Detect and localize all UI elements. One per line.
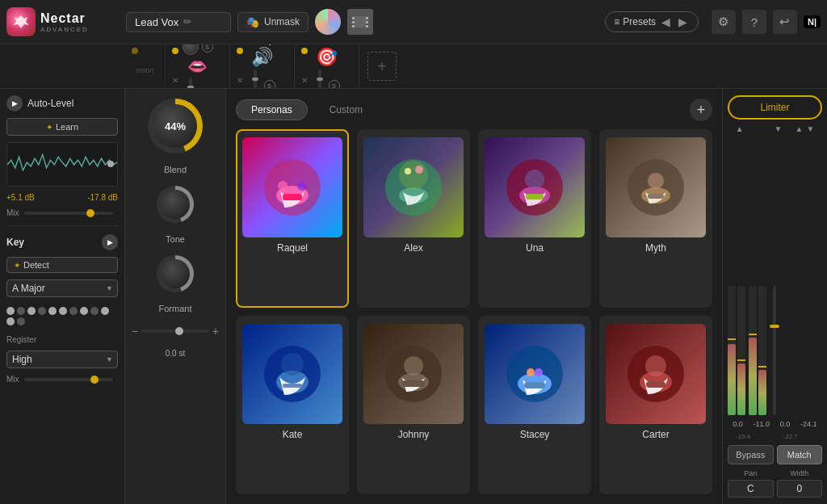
s-badge-reverb[interactable]: S (329, 80, 340, 89)
svg-rect-23 (648, 194, 664, 199)
svg-rect-6 (355, 16, 366, 27)
blend-knob[interactable]: 44% (148, 99, 203, 153)
match-button[interactable]: Match (777, 445, 823, 464)
svg-point-14 (399, 161, 428, 190)
key-dot (48, 307, 57, 315)
module-remove-delay[interactable]: ✕ (237, 76, 243, 85)
pitch-plus-button[interactable]: + (212, 325, 219, 338)
bypass-match-row: Bypass Match (728, 445, 822, 464)
divider (6, 225, 118, 226)
top-bar: Nectar ADVANCED Lead Vox ✏ 🎭 Unmask ≡ Pr… (0, 0, 827, 44)
tab-custom[interactable]: Custom (314, 99, 378, 120)
add-module-button[interactable]: + (367, 52, 397, 81)
track-name-area[interactable]: Lead Vox ✏ (126, 12, 231, 32)
persona-card-carter[interactable]: Carter (599, 316, 712, 494)
persona-card-alex[interactable]: Alex (357, 129, 470, 308)
module-active-dot (172, 48, 178, 54)
persona-grid: Raquel A (236, 129, 712, 494)
persona-card-johnny[interactable]: Johnny (357, 316, 470, 494)
s-badge-delay[interactable]: S (264, 80, 275, 89)
key-select[interactable]: A Major C Major G Major (6, 279, 118, 297)
learn-button[interactable]: ✦ Learn (6, 118, 118, 136)
pitch-slider[interactable] (141, 330, 209, 333)
persona-card-una[interactable]: Una (478, 129, 591, 308)
personas-tabs: Personas Custom + (236, 99, 712, 121)
key-play-button[interactable]: ▶ (102, 234, 118, 250)
persona-name-alex: Alex (404, 242, 422, 254)
add-persona-button[interactable]: + (690, 99, 712, 121)
svg-rect-4 (366, 21, 368, 23)
width-value[interactable]: 0 (777, 480, 823, 498)
module-backer[interactable]: Backer S 👄 Mix S ✕ (166, 44, 230, 88)
module-name: Reverb (313, 44, 341, 45)
logo-sub: ADVANCED (40, 26, 89, 33)
register-select[interactable]: High Mid Low (6, 351, 118, 368)
limiter-button[interactable]: Limiter (728, 95, 822, 120)
persona-card-stacey[interactable]: Stacey (478, 316, 591, 494)
right-meters (728, 138, 822, 415)
persona-name-myth: Myth (645, 242, 666, 254)
learn-icon: ✦ (46, 123, 52, 132)
formant-knob[interactable] (157, 255, 194, 292)
module-delay[interactable]: Delay 🔊 Mix S ✕ (230, 44, 295, 88)
persona-name-carter: Carter (642, 429, 669, 440)
persona-card-myth[interactable]: Myth (599, 129, 712, 308)
film-icon[interactable] (347, 9, 373, 35)
auto-level-play-button[interactable]: ▶ (6, 95, 23, 111)
presets-area[interactable]: ≡ Presets ◀ ▶ (605, 11, 699, 32)
personas-area: Personas Custom + (226, 89, 722, 504)
module-remove[interactable]: ✕ (172, 76, 178, 85)
key-dots (6, 307, 118, 326)
module-active-dot (237, 48, 243, 54)
persona-image-carter (606, 324, 706, 424)
help-button[interactable]: ? (742, 10, 766, 34)
detect-button[interactable]: ✦ Detect (6, 257, 118, 273)
persona-name-stacey: Stacey (520, 429, 550, 440)
persona-card-kate[interactable]: Kate (236, 316, 349, 494)
module-compression[interactable]: nsion (125, 44, 166, 88)
svg-rect-19 (526, 194, 544, 200)
persona-image-johnny (363, 324, 464, 424)
formant-label: Formant (159, 304, 192, 313)
svg-point-41 (645, 355, 666, 376)
key-dot (69, 307, 78, 315)
center-panel: 44% Blend Tone Formant − + (125, 89, 722, 504)
module-remove-reverb[interactable]: ✕ (301, 76, 308, 85)
unmask-icon: 🎭 (246, 16, 259, 28)
persona-image-raquel (242, 137, 342, 237)
modules-bar: nsion Backer S 👄 Mix S ✕ Delay 🔊 Mix (0, 44, 827, 89)
tone-knob[interactable] (157, 186, 194, 223)
right-db-sub: -19.4 -22.7 (728, 433, 822, 440)
unmask-button[interactable]: 🎭 Unmask (237, 12, 309, 32)
logo-icon (6, 7, 36, 36)
register-label: Register (6, 335, 118, 344)
persona-name-raquel: Raquel (277, 242, 308, 254)
circle-icon[interactable] (315, 9, 341, 35)
pan-value[interactable]: C (728, 480, 774, 498)
mix-row: Mix (6, 208, 118, 217)
pitch-minus-button[interactable]: − (132, 325, 138, 338)
settings-button[interactable]: ⚙ (712, 10, 736, 34)
persona-card-raquel[interactable]: Raquel (236, 129, 349, 308)
svg-point-32 (404, 356, 423, 376)
prev-preset-button[interactable]: ◀ (659, 15, 673, 28)
next-preset-button[interactable]: ▶ (676, 15, 690, 28)
svg-point-20 (525, 170, 544, 189)
module-reverb[interactable]: Reverb 🎯 Mix S ✕ (295, 44, 359, 88)
mix-slider[interactable] (24, 212, 113, 215)
svg-rect-5 (366, 25, 368, 27)
svg-rect-2 (352, 25, 355, 27)
key-dot (80, 307, 88, 315)
s-badge[interactable]: S (202, 44, 213, 52)
bypass-button[interactable]: Bypass (728, 445, 774, 464)
key-mix-slider[interactable] (24, 378, 113, 381)
svg-point-24 (648, 173, 664, 189)
tab-personas[interactable]: Personas (236, 99, 308, 120)
meter-bar-1 (728, 286, 736, 415)
key-dot (17, 317, 25, 326)
persona-image-alex (363, 137, 464, 237)
undo-button[interactable]: ↩ (773, 10, 797, 34)
key-dot (17, 307, 25, 315)
module-knob[interactable] (183, 44, 199, 55)
persona-name-kate: Kate (283, 429, 303, 440)
